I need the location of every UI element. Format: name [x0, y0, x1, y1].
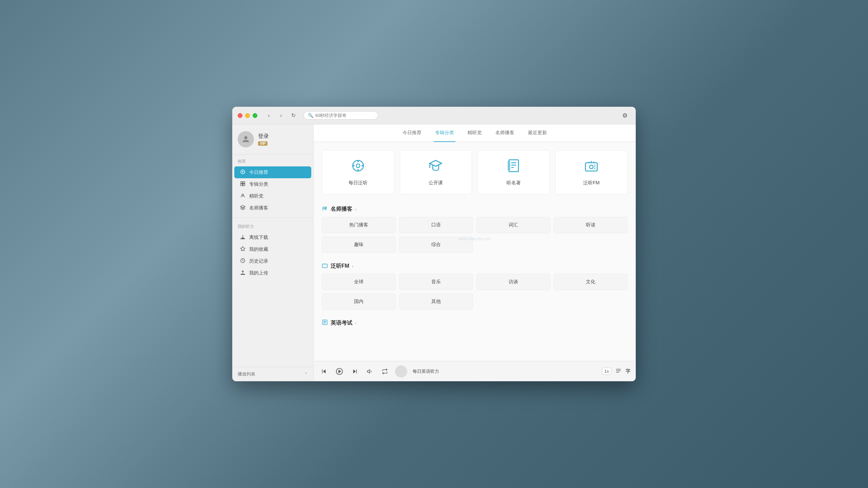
forward-button[interactable]: ›	[276, 111, 286, 120]
sidebar-item-upload[interactable]: 我的上传	[234, 267, 311, 279]
svg-rect-33	[322, 264, 328, 268]
sidebar-item-albums[interactable]: 专辑分类	[234, 178, 311, 190]
masters-section-title: 名师播客	[331, 206, 352, 213]
speed-button[interactable]: 1x	[602, 368, 611, 375]
svg-point-28	[590, 165, 593, 169]
opencourse-card-icon	[429, 159, 443, 176]
content-wrapper: 每日泛听 公开课	[322, 150, 628, 327]
sidebar-section-my: 我的听力 离线下载 我的收藏 历史记录	[232, 220, 313, 280]
tag-hot-podcast[interactable]: 热门播客	[322, 217, 396, 233]
category-card-daily[interactable]: 每日泛听	[322, 150, 394, 195]
minimize-button[interactable]	[245, 113, 250, 118]
next-button[interactable]	[350, 367, 360, 376]
playlist-toggle-button[interactable]	[615, 368, 622, 375]
svg-point-0	[244, 136, 247, 139]
svg-rect-10	[243, 184, 245, 186]
search-bar[interactable]: 🔍	[303, 111, 378, 120]
player-bar: 每日英语听力 1x 字	[314, 361, 636, 381]
sidebar-bottom: 播放列表 ⌃	[232, 367, 313, 381]
svg-rect-9	[241, 184, 242, 186]
nav-controls: ‹ › ↻	[264, 111, 298, 120]
english-section-title: 英语考试	[331, 320, 352, 327]
fm-section-title: 泛听FM	[331, 263, 349, 270]
tab-albums[interactable]: 专辑分类	[434, 124, 455, 142]
refresh-button[interactable]: ↻	[289, 111, 298, 120]
fm-section-arrow[interactable]: ›	[352, 264, 353, 269]
offline-icon	[240, 234, 246, 241]
sidebar-item-today-label: 今日推荐	[249, 169, 268, 176]
sidebar-item-masters[interactable]: 名师播客	[234, 202, 311, 214]
tag-reading[interactable]: 听读	[554, 217, 628, 233]
repeat-button[interactable]	[380, 367, 390, 376]
play-button[interactable]	[334, 366, 345, 377]
close-button[interactable]	[238, 113, 242, 118]
english-section-arrow[interactable]: ›	[355, 321, 356, 326]
today-icon	[240, 169, 246, 176]
svg-marker-38	[323, 369, 326, 373]
settings-button[interactable]: ⚙	[619, 110, 630, 121]
fm-card-icon	[584, 159, 598, 176]
tab-masters[interactable]: 名师播客	[494, 124, 516, 142]
font-button[interactable]: 字	[626, 368, 630, 374]
tag-global[interactable]: 全球	[322, 274, 396, 290]
favorites-icon	[240, 246, 246, 252]
svg-rect-12	[241, 239, 245, 239]
fans-icon	[240, 193, 246, 199]
sidebar-item-history[interactable]: 历史记录	[234, 255, 311, 267]
volume-button[interactable]	[365, 367, 375, 376]
avatar	[238, 131, 254, 147]
sidebar-item-today[interactable]: 今日推荐	[234, 166, 311, 178]
vip-badge: VIP	[258, 141, 268, 146]
tab-recent[interactable]: 最近更新	[527, 124, 548, 142]
maximize-button[interactable]	[253, 113, 257, 118]
masters-section-arrow[interactable]: ›	[355, 207, 356, 212]
tag-interview[interactable]: 访谈	[476, 274, 550, 290]
english-section-header: 英语考试 ›	[322, 319, 628, 327]
tag-comprehensive[interactable]: 综合	[399, 237, 473, 253]
category-card-opencourse[interactable]: 公开课	[400, 150, 472, 195]
masters-section-header: 名师播客 ›	[322, 205, 628, 213]
sidebar-item-fans[interactable]: 精听党	[234, 190, 311, 202]
masters-tag-grid: 热门播客 口语 词汇 听读 趣味 综合	[322, 217, 628, 253]
sidebar-section-recommend: 推荐 今日推荐 专辑分类 精听党	[232, 155, 313, 215]
sidebar-item-offline-label: 离线下载	[249, 235, 268, 241]
traffic-lights	[238, 113, 257, 118]
app-window: ‹ › ↻ 🔍 ⚙ 登录 VIP	[232, 107, 636, 381]
user-login-label[interactable]: 登录	[258, 133, 269, 140]
prev-button[interactable]	[319, 367, 329, 376]
tab-fans[interactable]: 精听党	[466, 124, 483, 142]
classics-card-icon	[507, 159, 521, 176]
tag-culture[interactable]: 文化	[554, 274, 628, 290]
svg-marker-44	[368, 369, 370, 373]
playlist-header[interactable]: 播放列表 ⌃	[232, 367, 313, 381]
svg-point-2	[242, 171, 243, 172]
tag-domestic[interactable]: 国内	[322, 293, 396, 310]
svg-point-32	[323, 207, 325, 209]
tag-fun[interactable]: 趣味	[322, 237, 396, 253]
back-button[interactable]: ‹	[264, 111, 274, 120]
sidebar-item-favorites[interactable]: 我的收藏	[234, 243, 311, 255]
daily-card-label: 每日泛听	[349, 180, 368, 186]
masters-section-icon	[322, 205, 328, 213]
tag-others[interactable]: 其他	[399, 293, 473, 310]
playlist-label: 播放列表	[238, 371, 255, 377]
category-card-fm[interactable]: 泛听FM	[555, 150, 628, 195]
tag-oral[interactable]: 口语	[399, 217, 473, 233]
user-info: 登录 VIP	[258, 133, 269, 146]
upload-icon	[240, 270, 246, 276]
category-card-classics[interactable]: 听名著	[477, 150, 550, 195]
svg-rect-7	[241, 182, 242, 183]
fm-section-icon	[322, 262, 328, 270]
tag-vocabulary[interactable]: 词汇	[476, 217, 550, 233]
svg-rect-39	[322, 369, 323, 373]
sidebar-item-favorites-label: 我的收藏	[249, 246, 268, 252]
tag-music[interactable]: 音乐	[399, 274, 473, 290]
search-input[interactable]	[315, 113, 374, 118]
title-bar: ‹ › ↻ 🔍 ⚙	[232, 107, 636, 124]
english-section-icon	[322, 319, 328, 327]
sidebar-item-offline[interactable]: 离线下载	[234, 231, 311, 243]
tab-today[interactable]: 今日推荐	[401, 124, 423, 142]
content-area: 每日泛听 公开课	[314, 142, 636, 361]
track-title: 每日英语听力	[413, 368, 596, 374]
player-right: 1x 字	[602, 368, 630, 375]
